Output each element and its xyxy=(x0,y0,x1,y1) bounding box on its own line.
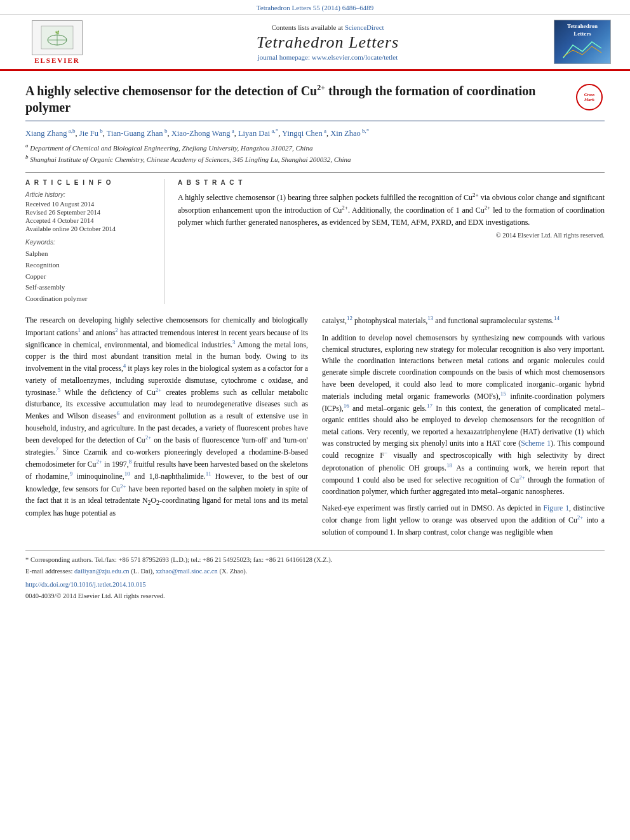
svg-text:🌿: 🌿 xyxy=(55,30,60,35)
author-7-sup: b,* xyxy=(361,128,370,134)
email-2[interactable]: xzhao@mail.sioc.ac.cn xyxy=(156,568,217,575)
contents-text: Contents lists available at xyxy=(271,23,343,31)
author-3: Tian-Guang Zhan xyxy=(107,129,163,138)
body-paragraph-3: In addition to develop novel chemosensor… xyxy=(322,332,605,498)
affiliation-a: a Department of Chemical and Biological … xyxy=(25,142,605,153)
body-paragraph-4: Naked-eye experiment was firstly carried… xyxy=(322,502,605,538)
elsevier-image-logo: 🌿 xyxy=(32,20,83,55)
article-info-heading: A R T I C L E I N F O xyxy=(25,179,156,186)
article-container: CrossMark A highly selective chemosensor… xyxy=(0,71,630,615)
author-1-sup: a,b xyxy=(67,128,76,134)
elsevier-logo-area: 🌿 ELSEVIER xyxy=(13,20,102,64)
journal-reference-bar: Tetrahedron Letters 55 (2014) 6486–6489 xyxy=(0,0,630,15)
body-column-1: The research on developing highly select… xyxy=(25,314,308,543)
keyword-salphen: Salphen xyxy=(25,248,156,260)
author-7: Xin Zhao xyxy=(330,129,361,138)
journal-cover-thumbnail: Tetrahedron Letters xyxy=(554,20,611,64)
article-title: CrossMark A highly selective chemosensor… xyxy=(25,83,605,121)
affiliation-b: b Shanghai Institute of Organic Chemistr… xyxy=(25,153,605,164)
body-text-section: The research on developing highly select… xyxy=(25,314,605,543)
available-online-date: Available online 20 October 2014 xyxy=(25,225,156,232)
author-5-sup: a,* xyxy=(270,128,278,134)
authors-line: Xiang Zhang a,b, Jie Fu b, Tian-Guang Zh… xyxy=(25,128,605,138)
abstract-column: A B S T R A C T A highly selective chemo… xyxy=(178,179,605,304)
author-6: Yingqi Chen xyxy=(282,129,323,138)
keyword-selfassembly: Self-assembly xyxy=(25,282,156,293)
journal-reference: Tetrahedron Letters 55 (2014) 6486–6489 xyxy=(257,4,373,11)
thumb-title-line2: Letters xyxy=(573,30,591,37)
journal-title: Tetrahedron Letters xyxy=(102,33,554,52)
title-text-main: A highly selective chemosensor for the d… xyxy=(25,84,317,98)
article-history-label: Article history: xyxy=(25,191,156,198)
copyright-notice: © 2014 Elsevier Ltd. All rights reserved… xyxy=(178,232,605,239)
doi-link-line: http://dx.doi.org/10.1016/j.tetlet.2014.… xyxy=(25,580,605,590)
accepted-date: Accepted 4 October 2014 xyxy=(25,217,156,224)
journal-homepage: journal homepage: www.elsevier.com/locat… xyxy=(102,53,554,61)
fact-word: fact xyxy=(37,496,48,505)
journal-thumbnail-area: Tetrahedron Letters xyxy=(554,20,617,64)
elsevier-text-label: ELSEVIER xyxy=(34,57,80,64)
body-paragraph-1: The research on developing highly select… xyxy=(25,314,308,519)
author-6-sup: a xyxy=(323,128,326,134)
email-1[interactable]: dailiyan@zju.edu.cn xyxy=(74,568,130,575)
journal-info-center: Contents lists available at ScienceDirec… xyxy=(102,23,554,61)
body-paragraph-2: catalyst,12 photophysical materials,13 a… xyxy=(322,314,605,326)
abstract-text: A highly selective chemosensor (1) beari… xyxy=(178,191,605,228)
corresponding-authors-note: * Corresponding authors. Tel./fax: +86 5… xyxy=(25,555,605,565)
received-date: Received 10 August 2014 xyxy=(25,201,156,208)
abstract-heading: A B S T R A C T xyxy=(178,179,605,186)
journal-header: 🌿 ELSEVIER Contents lists available at S… xyxy=(0,15,630,70)
contents-available: Contents lists available at ScienceDirec… xyxy=(102,23,554,31)
article-info-column: A R T I C L E I N F O Article history: R… xyxy=(25,179,165,304)
body-column-2: catalyst,12 photophysical materials,13 a… xyxy=(322,314,605,543)
author-3-sup: b xyxy=(163,128,168,134)
crossmark-circle: CrossMark xyxy=(576,84,603,110)
keyword-coordination-polymer: Coordination polymer xyxy=(25,293,156,305)
issn-line: 0040-4039/© 2014 Elsevier Ltd. All right… xyxy=(25,591,605,601)
email-addresses-note: E-mail addresses: dailiyan@zju.edu.cn (L… xyxy=(25,566,605,577)
keywords-label: Keywords: xyxy=(25,239,156,246)
figure1-link[interactable]: Figure 1 xyxy=(544,503,570,512)
crossmark-badge[interactable]: CrossMark xyxy=(576,84,605,112)
author-1: Xiang Zhang xyxy=(25,129,67,138)
revised-date: Revised 26 September 2014 xyxy=(25,209,156,216)
article-info-abstract-section: A R T I C L E I N F O Article history: R… xyxy=(25,172,605,304)
keyword-copper: Copper xyxy=(25,271,156,283)
scheme1-link[interactable]: Scheme 1 xyxy=(521,439,551,448)
footnotes-section: * Corresponding authors. Tel./fax: +86 5… xyxy=(25,550,605,601)
author-5: Liyan Dai xyxy=(238,129,270,138)
author-2-sup: b xyxy=(98,128,103,134)
affiliations: a Department of Chemical and Biological … xyxy=(25,142,605,164)
author-4: Xiao-Zhong Wang xyxy=(171,129,231,138)
title-superscript: 2+ xyxy=(317,83,325,92)
author-4-sup: a xyxy=(230,128,234,134)
thumb-title-line1: Tetrahedron xyxy=(567,23,598,30)
sciencedirect-link[interactable]: ScienceDirect xyxy=(345,23,384,31)
author-2: Jie Fu xyxy=(79,129,98,138)
doi-url[interactable]: http://dx.doi.org/10.1016/j.tetlet.2014.… xyxy=(25,581,146,588)
keyword-recognition: Recognition xyxy=(25,260,156,271)
